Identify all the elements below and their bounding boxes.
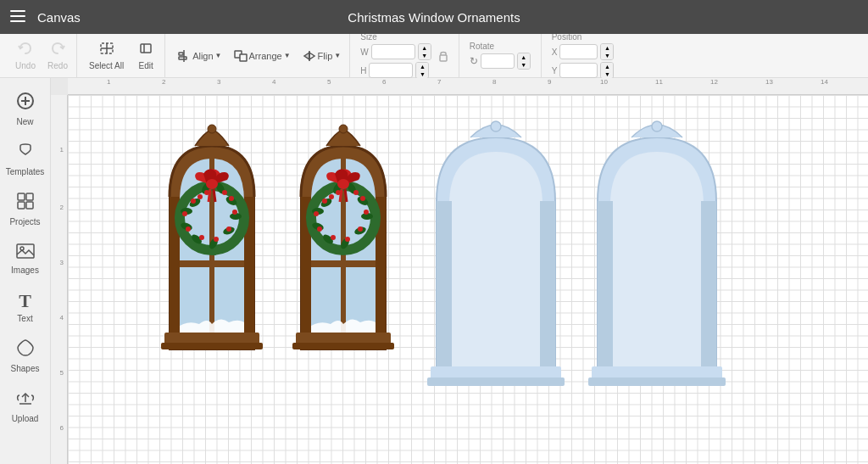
rotate-group: Rotate ↻ ▲ ▼ — [463, 34, 542, 77]
sidebar-item-shapes[interactable]: Shapes — [3, 332, 47, 378]
ruler-mark-v: 1 — [60, 146, 64, 154]
redo-button[interactable]: Redo — [42, 38, 73, 74]
rotate-icon: ↻ — [470, 55, 478, 67]
sidebar-item-text[interactable]: T Text — [3, 283, 47, 328]
y-down[interactable]: ▼ — [601, 70, 613, 78]
ruler-mark: 10 — [600, 78, 608, 86]
select-all-label: Select All — [89, 61, 124, 70]
redo-label: Redo — [47, 61, 68, 70]
ruler-left: 1 2 3 4 5 6 — [51, 95, 68, 464]
sidebar-item-images[interactable]: Images — [3, 235, 47, 280]
svg-point-29 — [208, 125, 216, 133]
ruler-mark: 4 — [272, 78, 275, 86]
sidebar-item-projects[interactable]: Projects — [3, 185, 47, 232]
text-icon: T — [19, 290, 31, 312]
arrange-button[interactable]: Arrange ▼ — [229, 47, 296, 65]
svg-rect-9 — [179, 53, 183, 55]
rotate-label: Rotate — [470, 42, 531, 51]
ruler-mark: 3 — [217, 78, 220, 86]
lock-ratio[interactable] — [435, 49, 448, 63]
flip-label: Flip — [318, 51, 333, 61]
svg-point-45 — [191, 198, 196, 204]
svg-rect-96 — [588, 377, 726, 386]
new-label: New — [16, 117, 33, 126]
svg-point-51 — [226, 226, 231, 232]
app-name: Canvas — [37, 10, 81, 25]
size-group: Size W ▲ ▼ H ▲ ▼ — [353, 34, 459, 77]
x-spinner[interactable]: ▲ ▼ — [600, 43, 614, 60]
text-label: Text — [17, 314, 32, 323]
arrange-chevron: ▼ — [284, 52, 291, 59]
height-up[interactable]: ▲ — [416, 63, 428, 70]
width-spinner[interactable]: ▲ ▼ — [418, 43, 431, 60]
x-input[interactable] — [559, 44, 598, 59]
edit-button[interactable]: Edit — [131, 38, 161, 74]
x-up[interactable]: ▲ — [601, 44, 613, 52]
w-label: W — [360, 48, 368, 57]
ornaments-canvas — [136, 120, 831, 443]
canvas-area[interactable]: 1 2 3 4 5 6 7 8 9 10 11 12 13 14 1 2 3 — [51, 78, 868, 464]
ruler-mark-v: 6 — [60, 424, 64, 432]
rotate-input[interactable] — [481, 53, 515, 69]
y-up[interactable]: ▲ — [601, 63, 613, 70]
svg-rect-6 — [141, 44, 151, 53]
svg-rect-94 — [701, 201, 716, 379]
menu-icon[interactable] — [10, 8, 25, 26]
select-all-icon — [99, 42, 114, 59]
templates-icon — [16, 142, 35, 165]
x-label: X — [552, 48, 558, 57]
height-spinner[interactable]: ▲ ▼ — [415, 62, 429, 79]
width-up[interactable]: ▲ — [419, 44, 431, 52]
align-label: Align — [192, 51, 213, 61]
rotate-spinner[interactable]: ▲ ▼ — [517, 53, 531, 70]
rotate-up[interactable]: ▲ — [518, 53, 530, 61]
svg-point-46 — [198, 194, 203, 199]
x-down[interactable]: ▼ — [601, 52, 613, 59]
ruler-mark: 9 — [548, 78, 551, 86]
height-down[interactable]: ▼ — [416, 70, 428, 78]
edit-icon — [138, 42, 153, 59]
sidebar-item-upload[interactable]: Upload — [3, 382, 47, 428]
grid-canvas[interactable] — [68, 95, 868, 464]
undo-icon — [18, 42, 33, 59]
height-input[interactable] — [369, 63, 413, 78]
svg-rect-93 — [598, 201, 613, 379]
svg-rect-20 — [18, 193, 25, 200]
svg-point-81 — [358, 226, 363, 232]
y-spinner[interactable]: ▲ ▼ — [600, 62, 614, 79]
flip-button[interactable]: Flip ▼ — [298, 47, 347, 65]
projects-icon — [16, 192, 35, 215]
align-arrange-group: Align ▼ Arrange ▼ Flip ▼ — [169, 34, 350, 77]
sidebar-item-templates[interactable]: Templates — [3, 135, 47, 182]
ruler-mark-v: 4 — [60, 314, 64, 321]
width-down[interactable]: ▼ — [419, 52, 431, 59]
svg-point-55 — [182, 211, 187, 216]
svg-point-85 — [314, 211, 319, 216]
svg-point-52 — [214, 237, 219, 242]
ruler-top: 1 2 3 4 5 6 7 8 9 10 11 12 13 14 — [68, 78, 868, 95]
svg-marker-15 — [309, 53, 314, 59]
svg-point-56 — [206, 179, 218, 189]
ruler-mark: 14 — [821, 78, 828, 86]
rotate-down[interactable]: ▼ — [518, 61, 530, 69]
align-button[interactable]: Align ▼ — [172, 47, 226, 65]
svg-point-59 — [339, 125, 348, 133]
svg-point-87 — [491, 121, 501, 131]
topbar: Canvas Christmas Window Ornaments — [0, 0, 868, 34]
shapes-label: Shapes — [11, 364, 40, 373]
svg-point-54 — [186, 226, 191, 232]
width-input[interactable] — [371, 44, 415, 59]
ruler-mark: 2 — [162, 78, 165, 86]
ruler-mark: 5 — [327, 78, 331, 86]
ornament-3 — [427, 121, 565, 386]
undo-button[interactable]: Undo — [10, 38, 41, 74]
y-input[interactable] — [559, 63, 598, 78]
ruler-mark-v: 3 — [60, 259, 64, 266]
ruler-mark-v: 5 — [60, 369, 64, 377]
svg-point-82 — [345, 237, 350, 242]
images-icon — [16, 242, 35, 264]
ruler-mark: 13 — [765, 78, 773, 86]
sidebar-item-new[interactable]: New — [3, 85, 47, 131]
select-all-button[interactable]: Select All — [84, 38, 129, 74]
redo-icon — [50, 42, 65, 59]
